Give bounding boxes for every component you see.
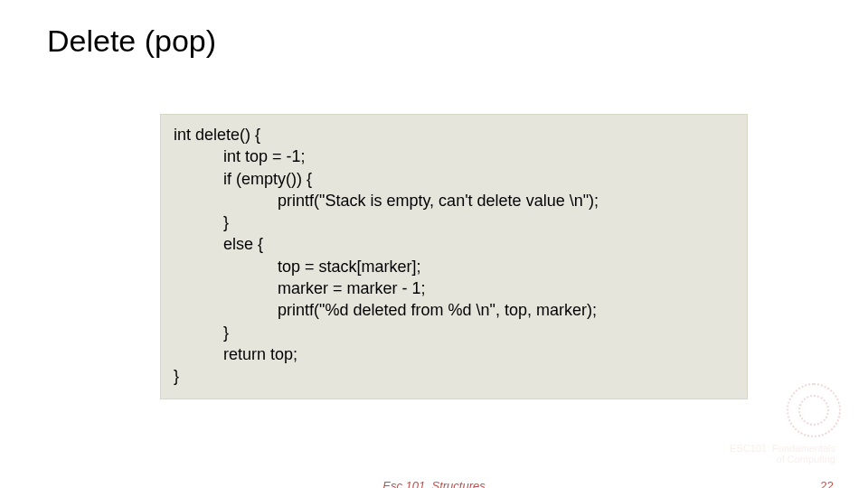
code-line: return top; [174,343,734,365]
page-number: 22 [821,479,834,488]
code-line: else { [174,233,734,255]
code-line: top = stack[marker]; [174,256,734,277]
code-line: printf("%d deleted from %d \n", top, mar… [174,299,734,321]
code-line: } [174,211,734,233]
footer-center: Esc 101, Structures [382,479,485,488]
code-line: int top = -1; [174,145,734,167]
code-line: } [174,365,734,387]
code-line: printf("Stack is empty, can't delete val… [174,190,734,211]
code-block: int delete() { int top = -1; if (empty()… [160,114,748,399]
code-line: int delete() { [174,124,734,145]
seal-icon [787,383,841,437]
slide-title: Delete (pop) [47,23,216,59]
code-line: if (empty()) { [174,168,734,190]
code-line: } [174,322,734,343]
footer-ghost-line: of Computing [730,454,835,465]
code-line: marker = marker - 1; [174,277,734,299]
footer-ghost: ESC101: Fundamentals of Computing [730,443,835,465]
footer-ghost-line: ESC101: Fundamentals [730,443,835,454]
